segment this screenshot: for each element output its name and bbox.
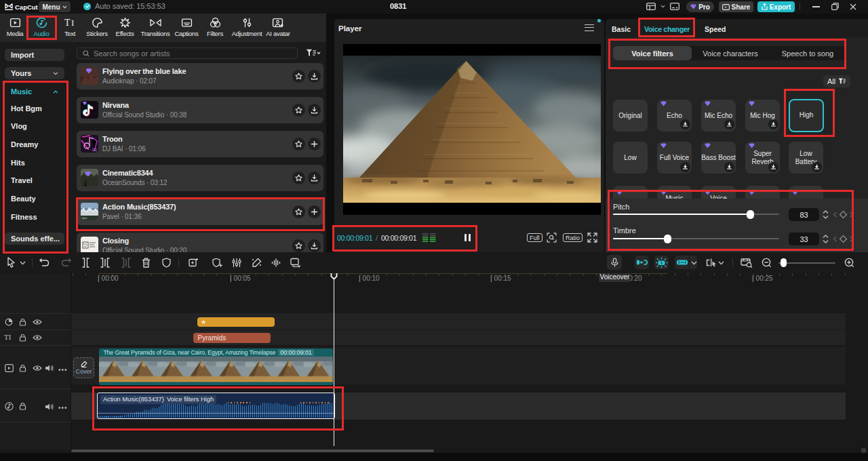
svg-text:CC: CC: [92, 148, 98, 152]
svg-text:I: I: [71, 18, 74, 28]
svg-text:Eyes: Eyes: [82, 217, 87, 220]
svg-text:T: T: [64, 18, 71, 28]
